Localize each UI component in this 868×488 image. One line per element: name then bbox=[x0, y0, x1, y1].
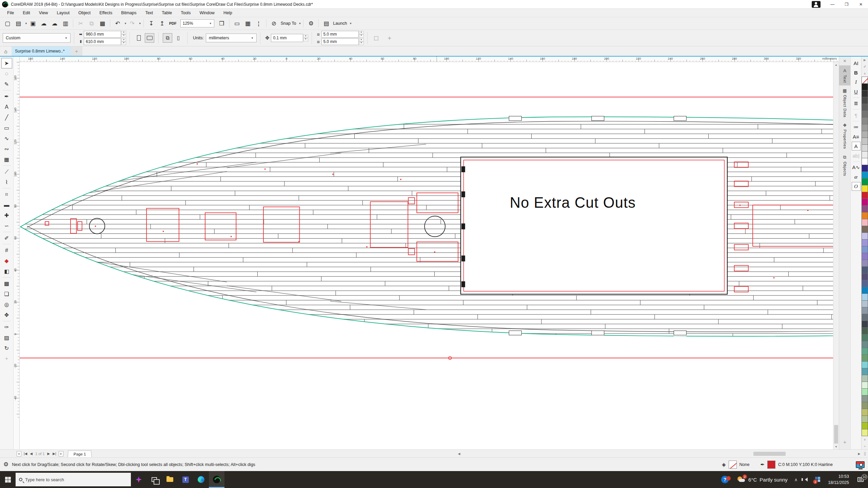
docker-tab-text[interactable]: AText bbox=[839, 65, 850, 85]
next-page-button[interactable]: ▶ bbox=[46, 452, 52, 455]
color-swatch[interactable] bbox=[862, 293, 868, 301]
color-swatch[interactable] bbox=[862, 144, 868, 151]
color-swatch[interactable] bbox=[862, 395, 868, 402]
menu-file[interactable]: File bbox=[3, 9, 18, 17]
menu-layout[interactable]: Layout bbox=[53, 9, 74, 17]
undo-button[interactable]: ↶ bbox=[113, 18, 123, 28]
color-swatch[interactable] bbox=[862, 97, 868, 104]
color-swatch[interactable] bbox=[862, 402, 868, 409]
fill-options-tool[interactable]: ▨ bbox=[1, 332, 12, 343]
color-swatch[interactable] bbox=[862, 171, 868, 179]
menu-table[interactable]: Table bbox=[157, 9, 176, 17]
hscroll-track[interactable] bbox=[462, 451, 856, 456]
menu-tools[interactable]: Tools bbox=[176, 9, 195, 17]
dimension-tool[interactable]: ⟋ bbox=[1, 166, 12, 177]
add-page-after-button[interactable]: + bbox=[59, 451, 63, 456]
color-swatch[interactable] bbox=[862, 280, 868, 287]
print-button[interactable]: ▥ bbox=[60, 18, 71, 28]
menu-bitmaps[interactable]: Bitmaps bbox=[117, 9, 141, 17]
scroll-up-icon[interactable]: ▲ bbox=[833, 62, 839, 67]
freehand-tool[interactable]: ∾ bbox=[1, 144, 12, 154]
deck-annotation-text[interactable]: No Extra Cut Outs bbox=[510, 195, 636, 211]
color-swatch[interactable] bbox=[862, 361, 868, 368]
vscroll-thumb[interactable] bbox=[834, 425, 838, 444]
nudge-distance-field[interactable]: 0.1 mm bbox=[271, 34, 303, 42]
duplicate-y-field[interactable]: 5.0 mm bbox=[321, 38, 359, 45]
color-swatch[interactable] bbox=[862, 165, 868, 172]
vscroll-track[interactable] bbox=[833, 67, 839, 444]
color-swatch[interactable] bbox=[862, 104, 868, 111]
tray-chevron-icon[interactable]: ∧ bbox=[792, 477, 801, 482]
color-swatch[interactable] bbox=[862, 117, 868, 124]
color-swatch[interactable] bbox=[862, 388, 868, 395]
color-swatch[interactable] bbox=[862, 321, 868, 328]
docker-tab-objects[interactable]: ⧉Objects bbox=[839, 152, 850, 179]
hscroll-thumb[interactable] bbox=[753, 452, 786, 456]
mesh-fill-tool[interactable]: # bbox=[1, 245, 12, 256]
save-button[interactable]: ▣ bbox=[28, 18, 38, 28]
zoom-level-select[interactable]: 125% ▼ bbox=[180, 19, 214, 27]
page-height-field[interactable]: 610.0 mm bbox=[84, 38, 121, 45]
scroll-right-icon[interactable]: ▶ bbox=[856, 452, 862, 455]
menu-text[interactable]: Text bbox=[141, 9, 157, 17]
color-swatch[interactable] bbox=[862, 273, 868, 280]
status-gear-icon[interactable]: ⚙ bbox=[3, 461, 8, 468]
rectangle-tool[interactable]: ▭ bbox=[1, 123, 12, 133]
connector-tool[interactable]: ⌇ bbox=[1, 177, 12, 187]
bold-button[interactable]: B bbox=[852, 68, 861, 77]
export-button[interactable]: ↥ bbox=[157, 18, 167, 28]
alignment-button[interactable]: ≣ bbox=[852, 99, 861, 108]
nudge-spinner[interactable]: ▲▼ bbox=[303, 35, 308, 41]
eraser-tool[interactable]: ▬ bbox=[1, 200, 12, 210]
color-eyedropper-tool[interactable]: ✐ bbox=[1, 233, 12, 243]
cloud-download-button[interactable]: ☁ bbox=[39, 18, 49, 28]
paragraph-button[interactable]: ¶ bbox=[852, 111, 861, 120]
color-swatch[interactable] bbox=[862, 151, 868, 158]
launch-icon[interactable]: ▤ bbox=[321, 18, 331, 28]
color-swatch[interactable] bbox=[862, 90, 868, 97]
shape-tool[interactable]: ✎ bbox=[1, 79, 12, 89]
page-height-spinner[interactable]: ▲▼ bbox=[121, 38, 126, 45]
options-gear-icon[interactable]: ⚙ bbox=[306, 18, 316, 28]
teams-button[interactable]: T bbox=[178, 471, 193, 488]
cloud-upload-button[interactable]: ☁ bbox=[50, 18, 60, 28]
color-swatch[interactable] bbox=[862, 341, 868, 348]
menu-effects[interactable]: Effects bbox=[95, 9, 117, 17]
text-tool[interactable]: A bbox=[1, 102, 12, 112]
file-explorer-button[interactable] bbox=[162, 471, 178, 488]
landscape-button[interactable] bbox=[145, 33, 154, 43]
color-swatch[interactable] bbox=[862, 192, 868, 199]
show-rulers-button[interactable]: ▭ bbox=[232, 18, 242, 28]
docker-tab-object-data[interactable]: ▦Object Data bbox=[839, 85, 850, 120]
launch-control[interactable]: Launch ▼ bbox=[332, 21, 352, 26]
menu-view[interactable]: View bbox=[35, 9, 53, 17]
zoom-tool[interactable]: ◎ bbox=[1, 299, 12, 310]
crop-tool[interactable]: ⌗ bbox=[1, 189, 12, 200]
all-pages-button[interactable]: ⧉ bbox=[163, 33, 172, 43]
treat-as-filled-button[interactable]: ⬚ bbox=[372, 33, 381, 43]
drawing-canvas[interactable]: No Extra Cut Outs bbox=[20, 62, 833, 449]
drop-shadow-tool[interactable]: ❏ bbox=[1, 289, 12, 299]
coreldraw-taskbar-button[interactable] bbox=[209, 471, 224, 488]
menu-edit[interactable]: Edit bbox=[18, 9, 35, 17]
color-swatch[interactable] bbox=[862, 354, 868, 362]
underline-button[interactable]: U bbox=[852, 87, 861, 96]
color-swatch[interactable] bbox=[862, 246, 868, 253]
full-screen-preview-button[interactable]: ❒ bbox=[217, 18, 227, 28]
add-page-before-button[interactable]: + bbox=[17, 451, 21, 456]
edge-button[interactable] bbox=[193, 471, 209, 488]
first-page-button[interactable]: |◀ bbox=[22, 452, 28, 455]
open-button[interactable]: ▤ bbox=[13, 18, 23, 28]
task-view-button[interactable] bbox=[146, 471, 162, 488]
docker-close-icon[interactable]: ✕ bbox=[839, 57, 850, 65]
copy-button[interactable]: ⧉ bbox=[86, 18, 97, 28]
duplicate-x-spinner[interactable]: ▲▼ bbox=[359, 31, 364, 38]
page-width-field[interactable]: 960.0 mm bbox=[84, 31, 121, 38]
menu-object[interactable]: Object bbox=[74, 9, 95, 17]
palette-scroll-down-icon[interactable]: ∨ bbox=[862, 436, 868, 443]
color-swatch[interactable] bbox=[862, 382, 868, 389]
color-swatch[interactable] bbox=[862, 219, 868, 226]
ligatures-button[interactable]: æ bbox=[852, 172, 861, 181]
color-swatch[interactable] bbox=[862, 307, 868, 314]
add-tool-button[interactable]: ＋ bbox=[1, 353, 12, 364]
